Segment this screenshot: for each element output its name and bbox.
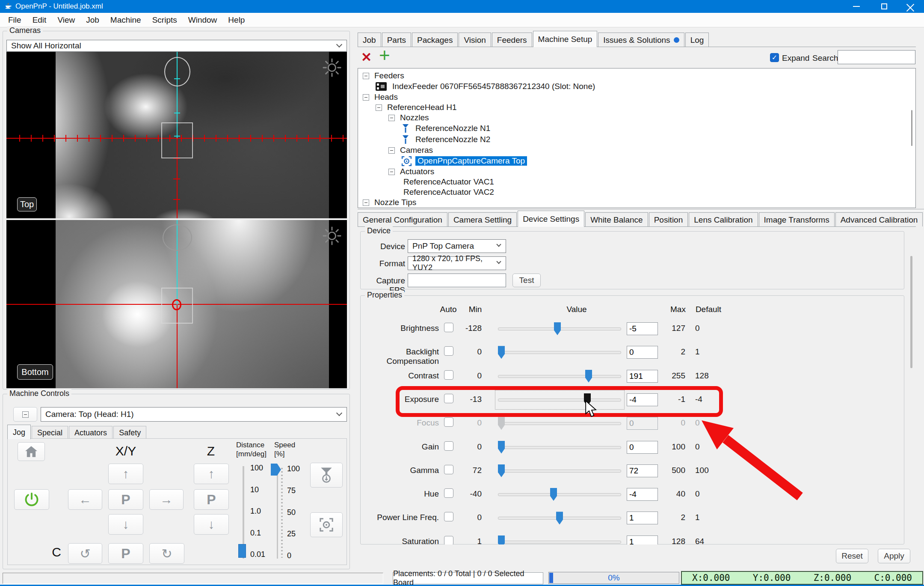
collapse-controls-button[interactable] bbox=[13, 407, 37, 422]
tree-item-indexfeeder-0670ff565457888367212340-slot-none[interactable]: IndexFeeder 0670FF565457888367212340 (Sl… bbox=[376, 81, 597, 92]
slider-track[interactable] bbox=[498, 351, 621, 354]
park-xy-button[interactable]: P bbox=[108, 489, 143, 510]
settings-tab-lens-calibration[interactable]: Lens Calibration bbox=[689, 212, 758, 226]
contrast-value-input[interactable] bbox=[627, 370, 658, 383]
slider-track[interactable] bbox=[498, 470, 621, 473]
menu-machine[interactable]: Machine bbox=[105, 13, 147, 27]
tree-item-referenceactuator-vac2[interactable]: ReferenceActuator VAC2 bbox=[401, 187, 496, 197]
slider-track[interactable] bbox=[498, 422, 621, 425]
format-selector[interactable]: 1280 x 720, 10 FPS, YUY2 bbox=[408, 256, 506, 270]
rotate-cw-button[interactable]: ↻ bbox=[149, 543, 184, 564]
hue-value-input[interactable] bbox=[627, 488, 658, 501]
tab-vision[interactable]: Vision bbox=[459, 33, 491, 47]
mc-tab-actuators[interactable]: Actuators bbox=[69, 426, 113, 439]
slider-track[interactable] bbox=[498, 541, 621, 544]
settings-tab-camera-settling[interactable]: Camera Settling bbox=[448, 212, 517, 226]
slider-thumb[interactable] bbox=[498, 417, 505, 430]
slider-thumb[interactable] bbox=[498, 441, 505, 454]
camera-light-icon[interactable] bbox=[322, 58, 342, 79]
tree-scrollbar[interactable] bbox=[911, 110, 912, 146]
slider-thumb[interactable] bbox=[585, 370, 592, 383]
exposure-value-input[interactable] bbox=[627, 393, 658, 406]
mc-tab-special[interactable]: Special bbox=[32, 426, 68, 439]
position-camera-button[interactable] bbox=[310, 512, 343, 537]
tree-item-referenceactuator-vac1[interactable]: ReferenceActuator VAC1 bbox=[401, 177, 496, 187]
mc-tab-jog[interactable]: Jog bbox=[7, 425, 31, 439]
tree-item-nozzle-tips[interactable]: Nozzle Tips bbox=[363, 197, 418, 208]
search-input[interactable] bbox=[838, 50, 915, 64]
power-button[interactable] bbox=[14, 489, 49, 510]
delete-button[interactable]: ✕ bbox=[361, 50, 372, 65]
expand-checkbox[interactable]: ✓ bbox=[770, 53, 779, 62]
menu-window[interactable]: Window bbox=[183, 13, 223, 27]
top-camera-view[interactable]: Top bbox=[6, 52, 347, 218]
speed-slider-track[interactable] bbox=[277, 466, 278, 559]
park-z-button[interactable]: P bbox=[194, 489, 229, 510]
slider-thumb[interactable] bbox=[498, 535, 505, 544]
tab-log[interactable]: Log bbox=[685, 33, 709, 47]
tree-item-openpnpcapturecamera-top[interactable]: OpenPnpCaptureCamera Top bbox=[401, 155, 527, 167]
device-selector[interactable]: PnP Top Camera bbox=[408, 239, 506, 253]
slider-track[interactable] bbox=[498, 446, 621, 449]
tab-machine-setup[interactable]: Machine Setup bbox=[533, 31, 598, 47]
tree-item-nozzles[interactable]: Nozzles bbox=[388, 113, 431, 123]
jog-z-minus-button[interactable]: ↓ bbox=[194, 514, 229, 535]
park-nozzle-button[interactable] bbox=[310, 463, 343, 488]
gain-value-input[interactable] bbox=[627, 441, 658, 454]
tree-item-feeders[interactable]: Feeders bbox=[363, 71, 406, 81]
tree-expander-icon[interactable] bbox=[363, 94, 369, 101]
tree-item-referencenozzle-n1[interactable]: ReferenceNozzle N1 bbox=[401, 123, 492, 134]
maximize-button[interactable] bbox=[872, 0, 896, 13]
tree-item-heads[interactable]: Heads bbox=[363, 92, 400, 102]
jog-x-plus-button[interactable]: → bbox=[149, 489, 184, 510]
slider-track[interactable] bbox=[498, 399, 621, 402]
reset-button[interactable]: Reset bbox=[836, 549, 868, 563]
bottom-camera-view[interactable]: Bottom bbox=[6, 220, 347, 388]
tab-packages[interactable]: Packages bbox=[412, 33, 458, 47]
slider-thumb[interactable] bbox=[498, 346, 505, 359]
camera-light-icon[interactable] bbox=[322, 226, 342, 247]
slider-track[interactable] bbox=[498, 375, 621, 378]
mc-tab-safety[interactable]: Safety bbox=[113, 426, 146, 439]
add-button[interactable]: + bbox=[379, 45, 390, 66]
menu-scripts[interactable]: Scripts bbox=[147, 13, 183, 27]
menu-help[interactable]: Help bbox=[222, 13, 250, 27]
close-button[interactable] bbox=[898, 0, 922, 13]
park-c-button[interactable]: P bbox=[108, 543, 143, 564]
tab-feeders[interactable]: Feeders bbox=[492, 33, 532, 47]
settings-tab-device-settings[interactable]: Device Settings bbox=[518, 211, 584, 227]
jog-y-plus-button[interactable]: ↑ bbox=[108, 464, 143, 484]
tree-expander-icon[interactable] bbox=[388, 115, 395, 121]
minimize-button[interactable] bbox=[844, 0, 868, 13]
tab-issues-solutions[interactable]: Issues & Solutions bbox=[598, 33, 684, 47]
tree-expander-icon[interactable] bbox=[363, 199, 369, 206]
tree-expander-icon[interactable] bbox=[376, 104, 382, 111]
menu-job[interactable]: Job bbox=[80, 13, 105, 27]
distance-slider-thumb[interactable] bbox=[238, 544, 246, 558]
menu-view[interactable]: View bbox=[52, 13, 80, 27]
focus-value-input[interactable] bbox=[627, 417, 658, 430]
test-button[interactable]: Test bbox=[512, 274, 541, 287]
jog-y-minus-button[interactable]: ↓ bbox=[108, 514, 143, 535]
tab-job[interactable]: Job bbox=[358, 33, 381, 47]
slider-track[interactable] bbox=[498, 493, 621, 496]
slider-thumb[interactable] bbox=[550, 488, 557, 501]
jog-x-minus-button[interactable]: ← bbox=[68, 489, 102, 510]
tree-item-referencenozzle-n2[interactable]: ReferenceNozzle N2 bbox=[401, 134, 492, 145]
camera-view-selector[interactable]: Show All Horizontal bbox=[6, 40, 347, 52]
rotate-ccw-button[interactable]: ↺ bbox=[68, 543, 102, 564]
saturation-value-input[interactable] bbox=[627, 535, 658, 544]
apply-button[interactable]: Apply bbox=[878, 549, 910, 563]
settings-tab-advanced-calibration[interactable]: Advanced Calibration bbox=[835, 212, 923, 226]
tree-item-cameras[interactable]: Cameras bbox=[388, 145, 435, 155]
slider-thumb[interactable] bbox=[498, 464, 505, 477]
settings-tab-image-transforms[interactable]: Image Transforms bbox=[759, 212, 835, 226]
gamma-value-input[interactable] bbox=[627, 464, 658, 477]
backlight-compensation-value-input[interactable] bbox=[627, 346, 658, 359]
settings-tab-position[interactable]: Position bbox=[649, 212, 688, 226]
tree-expander-icon[interactable] bbox=[388, 169, 395, 175]
tree-expander-icon[interactable] bbox=[388, 147, 395, 154]
tree-item-referencehead-h1[interactable]: ReferenceHead H1 bbox=[376, 102, 459, 113]
slider-thumb[interactable] bbox=[554, 322, 561, 335]
jog-z-plus-button[interactable]: ↑ bbox=[194, 464, 229, 484]
